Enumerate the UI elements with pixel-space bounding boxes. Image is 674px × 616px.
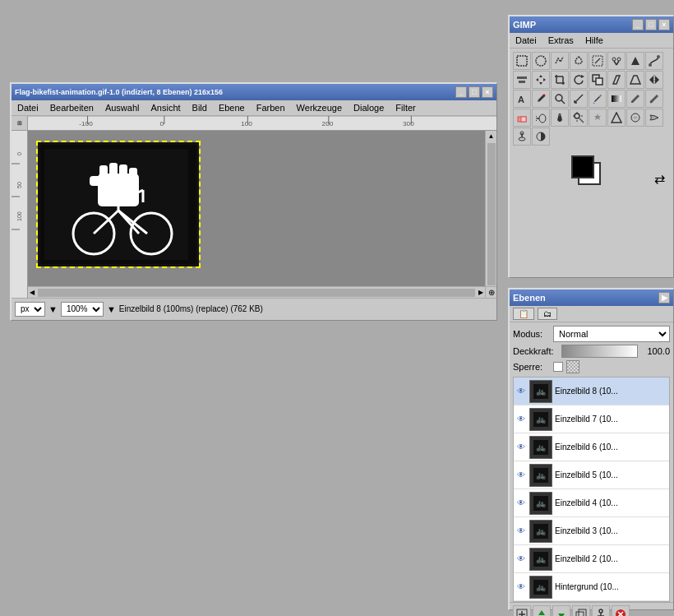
menu-extras[interactable]: Extras	[546, 35, 576, 46]
menu-bild[interactable]: Bild	[190, 102, 210, 113]
layer-item[interactable]: 👁 🚲 Einzelbild 4 (10...	[514, 489, 669, 517]
tool-foreground-select[interactable]	[626, 52, 644, 70]
tool-clone[interactable]	[570, 109, 588, 127]
menu-ebene[interactable]: Ebene	[216, 102, 247, 113]
tool-rotate[interactable]	[570, 71, 588, 89]
tool-crop[interactable]	[551, 71, 569, 89]
layer-item[interactable]: 👁 🚲 Einzelbild 5 (10...	[514, 461, 669, 489]
tool-free-select[interactable]	[551, 52, 569, 70]
tool-flip[interactable]	[645, 71, 663, 89]
tool-shear[interactable]	[607, 71, 626, 89]
menu-dialoge[interactable]: Dialoge	[351, 102, 386, 113]
tool-smudge[interactable]	[645, 109, 663, 127]
image-minimize-button[interactable]: _	[455, 86, 467, 98]
tool-ellipse-select[interactable]	[532, 52, 550, 70]
delete-layer-button[interactable]	[612, 605, 630, 616]
swap-colors-button[interactable]: ⇄	[654, 171, 665, 187]
layer-item[interactable]: 👁 🚲 Einzelbild 7 (10...	[514, 405, 669, 433]
scrollbar-horizontal[interactable]: ◀ ▶	[28, 286, 485, 298]
scroll-thumb-vertical[interactable]	[487, 143, 496, 285]
menu-bearbeiten[interactable]: Bearbeiten	[48, 102, 96, 113]
tool-heal[interactable]	[589, 109, 607, 127]
tool-perspective[interactable]	[626, 71, 644, 89]
layer-name: Einzelbild 2 (10...	[555, 554, 667, 563]
tool-perspective-clone[interactable]	[607, 109, 626, 127]
layer-visibility-icon[interactable]: 👁	[515, 386, 527, 397]
opacity-slider[interactable]	[561, 345, 638, 358]
menu-werkzeuge[interactable]: Werkzeuge	[294, 102, 344, 113]
scroll-up-button[interactable]: ▲	[487, 131, 496, 141]
tool-scale[interactable]	[589, 71, 607, 89]
layer-visibility-icon[interactable]: 👁	[515, 414, 527, 425]
raise-layer-button[interactable]	[533, 605, 551, 616]
canvas-area[interactable]: ▲ ▼ ◀ ▶ ⊕	[28, 131, 496, 298]
tool-move[interactable]	[532, 71, 550, 89]
layer-item[interactable]: 👁 🚲 Einzelbild 3 (10...	[514, 517, 669, 545]
ruler-corner-button[interactable]: ⊞	[12, 116, 28, 130]
anchor-layer-button[interactable]	[592, 605, 610, 616]
lock-checkbox[interactable]	[553, 362, 563, 372]
scroll-thumb-horizontal[interactable]	[38, 289, 475, 297]
layer-item[interactable]: 👁 🚲 Einzelbild 6 (10...	[514, 433, 669, 461]
menu-farben[interactable]: Farben	[254, 102, 288, 113]
scrollbar-vertical[interactable]: ▲ ▼	[485, 131, 496, 298]
unit-select[interactable]: px	[15, 302, 45, 317]
svg-rect-101	[99, 165, 108, 180]
toolbox-maximize-button[interactable]: □	[645, 19, 657, 30]
layer-visibility-icon[interactable]: 👁	[515, 581, 527, 593]
svg-rect-103	[119, 164, 127, 179]
tool-ink[interactable]	[551, 109, 569, 127]
tool-airbrush[interactable]	[532, 109, 550, 127]
lower-layer-button[interactable]	[552, 605, 570, 616]
toolbox-minimize-button[interactable]: _	[632, 19, 644, 30]
tool-color-picker[interactable]	[532, 90, 550, 108]
layer-visibility-icon[interactable]: 👁	[515, 442, 527, 453]
tool-measure[interactable]	[570, 90, 588, 108]
layer-visibility-icon[interactable]: 👁	[515, 526, 527, 537]
image-maximize-button[interactable]: □	[469, 86, 480, 98]
layers-expand-button[interactable]: ▶	[658, 292, 670, 303]
tool-text[interactable]: A	[513, 90, 531, 108]
menu-filter[interactable]: Filter	[393, 102, 418, 113]
foreground-color-swatch[interactable]	[571, 155, 594, 178]
zoom-select[interactable]: 100%	[61, 302, 104, 317]
tool-scissors[interactable]	[607, 52, 626, 70]
tool-eraser[interactable]	[513, 109, 531, 127]
tool-dodge-burn[interactable]	[513, 127, 531, 146]
layer-mode-select[interactable]: Normal Multiply Screen	[553, 326, 670, 342]
tool-zoom[interactable]	[551, 90, 569, 108]
tool-rect-select[interactable]	[513, 52, 531, 70]
layer-visibility-icon[interactable]: 👁	[515, 498, 527, 509]
tool-desaturate[interactable]	[532, 127, 550, 146]
tool-bucket-fill[interactable]	[589, 90, 607, 108]
tool-blur-sharpen[interactable]	[626, 109, 644, 127]
layer-visibility-icon[interactable]: 👁	[515, 553, 527, 565]
layer-visibility-icon[interactable]: 👁	[515, 470, 527, 481]
tool-select-by-color[interactable]	[589, 52, 607, 70]
toolbox-close-button[interactable]: ×	[658, 19, 670, 30]
new-layer-button[interactable]	[513, 605, 531, 616]
duplicate-layer-button[interactable]	[572, 605, 590, 616]
tool-paintbrush[interactable]	[645, 90, 663, 108]
canvas-corner-button[interactable]: ⊕	[485, 286, 496, 298]
menu-datei-img[interactable]: Datei	[15, 102, 41, 113]
layers-tab-paths[interactable]: 🗂	[538, 308, 557, 320]
scroll-left-button[interactable]: ◀	[28, 287, 36, 298]
layer-item[interactable]: 👁 🚲 Einzelbild 2 (10...	[514, 545, 669, 573]
tool-fuzzy-select[interactable]	[570, 52, 588, 70]
menu-ansicht[interactable]: Ansicht	[148, 102, 182, 113]
image-close-button[interactable]: ×	[482, 86, 493, 98]
menu-datei[interactable]: Datei	[513, 35, 539, 46]
tool-pencil[interactable]	[626, 90, 644, 108]
menu-auswahl[interactable]: Auswahl	[103, 102, 142, 113]
layer-item[interactable]: 👁 🚲 Einzelbild 8 (10...	[514, 377, 669, 405]
lock-pattern-button[interactable]	[566, 360, 579, 373]
layer-item[interactable]: 👁 🚲 Hintergrund (10...	[514, 573, 669, 601]
mode-label: Modus:	[513, 329, 550, 339]
layers-tab-channels[interactable]: 📋	[513, 308, 534, 320]
tool-blend[interactable]	[607, 90, 626, 108]
tool-align[interactable]	[513, 71, 531, 89]
tool-paths[interactable]	[645, 52, 663, 70]
menu-hilfe[interactable]: Hilfe	[583, 35, 606, 46]
scroll-right-button[interactable]: ▶	[477, 287, 485, 298]
